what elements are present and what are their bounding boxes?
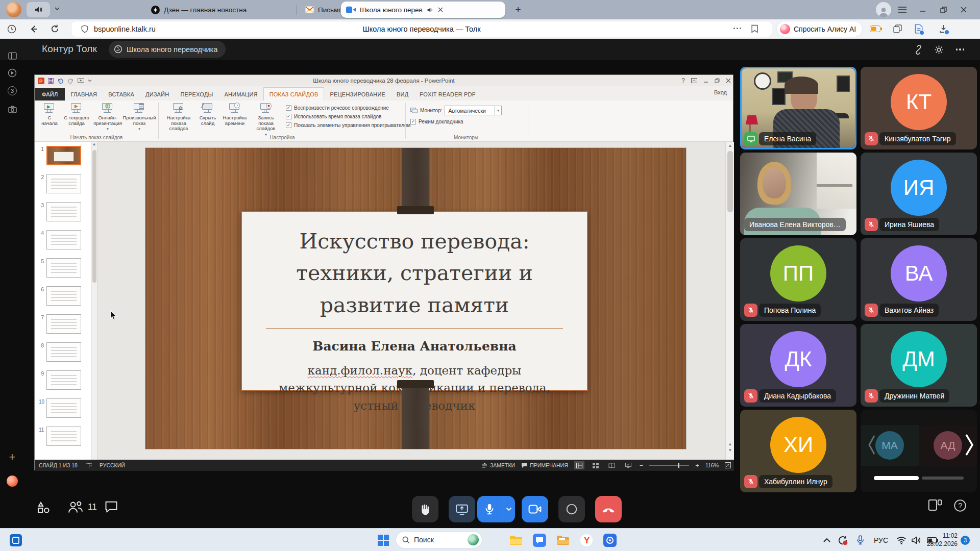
layout-view-button[interactable] xyxy=(36,500,51,515)
mic-on-icon[interactable] xyxy=(477,496,502,522)
start-button[interactable] xyxy=(376,533,391,548)
view-slideshow-button[interactable] xyxy=(623,461,633,469)
checkbox-use-timings[interactable]: ✓Использовать время показа слайдов xyxy=(286,114,410,119)
window-restore-button[interactable] xyxy=(937,4,949,16)
window-close-button[interactable] xyxy=(958,4,970,16)
ribbon-record-slideshow-button[interactable]: Запись показа слайдов▾ xyxy=(250,103,282,136)
ribbon-tab-slideshow-active[interactable]: ПОКАЗ СЛАЙДОВ xyxy=(263,87,325,101)
slide-thumbnail[interactable]: 2 xyxy=(35,174,91,202)
new-tab-button[interactable]: + xyxy=(511,3,525,16)
view-normal-button[interactable] xyxy=(574,461,584,469)
participants-button[interactable]: 11 xyxy=(67,500,97,514)
ribbon-tab[interactable]: ПЕРЕХОДЫ xyxy=(175,88,218,101)
next-page-chevron-icon[interactable] xyxy=(965,433,974,457)
tray-mic-icon[interactable] xyxy=(856,529,864,551)
view-reading-button[interactable] xyxy=(607,461,617,469)
participants-overflow-tile[interactable]: МА АД xyxy=(861,410,977,492)
tray-hidden-icons[interactable] xyxy=(823,529,831,551)
ppt-help-icon[interactable]: ? xyxy=(681,77,685,84)
tray-language-indicator[interactable]: РУС xyxy=(874,529,888,551)
microphone-button[interactable] xyxy=(477,496,515,522)
ribbon-from-beginning-button[interactable]: ▶ С начала xyxy=(38,103,61,126)
ribbon-from-current-button[interactable]: ▶ С текущего слайда xyxy=(62,103,91,126)
tray-wifi-icon[interactable] xyxy=(896,529,906,551)
tray-screen-record-icon[interactable] xyxy=(837,529,848,551)
window-minimize-button[interactable] xyxy=(917,4,929,16)
copy-link-icon[interactable] xyxy=(913,44,924,55)
ribbon-tab[interactable]: АНИМАЦИЯ xyxy=(218,88,263,101)
browser-logo-icon[interactable] xyxy=(6,2,21,17)
mic-options-chevron-icon[interactable] xyxy=(502,496,515,522)
ribbon-custom-show-button[interactable]: Произвольный показ▾ xyxy=(124,103,155,131)
taskbar-widget-icon[interactable] xyxy=(8,533,23,548)
taskbar-folder-icon[interactable] xyxy=(555,533,571,548)
zoom-level[interactable]: 116% xyxy=(705,462,719,468)
pip-layout-button[interactable] xyxy=(928,499,942,511)
participant-tile[interactable]: ВА Вахитов Айназ xyxy=(861,238,977,321)
history-clock-icon[interactable] xyxy=(7,24,16,34)
ribbon-options-icon[interactable] xyxy=(691,78,697,83)
taskbar-explorer-icon[interactable] xyxy=(508,533,524,548)
ppt-minimize-icon[interactable] xyxy=(703,78,708,83)
slide-thumbnail[interactable]: 1 xyxy=(35,146,91,174)
ribbon-online-presentation-button[interactable]: Онлайн- презентация▾ xyxy=(93,103,122,131)
record-button[interactable] xyxy=(558,496,585,522)
tiles-pagination[interactable] xyxy=(861,476,977,480)
participant-tile[interactable]: ДК Диана Кадырбакова xyxy=(740,324,856,407)
sidebar-add-icon[interactable]: + xyxy=(7,452,18,463)
sidebar-alice-icon[interactable] xyxy=(7,475,18,487)
slide-thumbnail[interactable]: 11 xyxy=(35,427,91,455)
screen-share-button[interactable] xyxy=(449,496,475,522)
ppt-sign-in[interactable]: Вход xyxy=(714,89,727,95)
hang-up-button[interactable] xyxy=(595,496,622,522)
participant-tile-ivanova[interactable]: Иванова Елена Викторов… xyxy=(740,153,856,235)
ribbon-tab[interactable]: ВСТАВКА xyxy=(103,88,140,101)
tab-sound-button[interactable] xyxy=(27,2,50,17)
ribbon-rehearse-timings-button[interactable]: Настройка времени xyxy=(220,103,249,126)
ribbon-tab[interactable]: FOXIT READER PDF xyxy=(414,88,481,101)
page-indicator[interactable] xyxy=(922,477,964,480)
downloads-icon[interactable] xyxy=(939,24,948,33)
ask-alice-button[interactable]: Спросить Алису AI xyxy=(777,21,862,37)
slide-thumbnail[interactable]: 7 xyxy=(35,314,91,342)
tray-volume-icon[interactable] xyxy=(912,529,921,551)
slide-thumbnail[interactable]: 4 xyxy=(35,230,91,258)
taskbar-yandex-browser-icon[interactable]: Y xyxy=(579,533,594,548)
shared-doc-icon[interactable] xyxy=(915,24,923,34)
ribbon-hide-slide-button[interactable]: ∕ Скрыть слайд xyxy=(197,103,218,126)
checkbox-play-narrations[interactable]: ✓Воспроизвести речевое сопровождение xyxy=(286,105,410,111)
raise-hand-button[interactable] xyxy=(412,496,438,522)
monitor-select[interactable]: Автоматически▾ xyxy=(445,106,502,115)
browser-tab-meeting[interactable]: Школа юного перев xyxy=(341,2,505,18)
participant-tile[interactable]: ХИ Хабибуллин Илнур xyxy=(740,410,856,492)
thumbnail-scrollbar[interactable]: ▲ xyxy=(91,142,97,460)
tray-notification-badge[interactable]: 3 xyxy=(961,536,970,545)
ribbon-tab-file[interactable]: ФАЙЛ xyxy=(35,88,65,101)
slide-thumbnail[interactable]: 9 xyxy=(35,370,91,398)
help-button[interactable]: ? xyxy=(953,499,967,512)
slide-thumbnail[interactable]: 6 xyxy=(35,286,91,314)
zoom-out-button[interactable]: − xyxy=(640,462,644,469)
ribbon-tab[interactable]: ВИД xyxy=(391,88,414,101)
slide-scrollbar[interactable]: ▲ ▲ ▼ xyxy=(725,142,734,460)
sidebar-notifications-badge[interactable]: 3 xyxy=(7,85,18,96)
view-sorter-button[interactable] xyxy=(591,461,601,469)
slide-thumbnail[interactable]: 10 xyxy=(35,398,91,427)
tray-clock[interactable]: 11:02 28.02.2026 xyxy=(925,532,958,548)
chat-button[interactable] xyxy=(104,500,118,513)
url-more-icon[interactable] xyxy=(733,28,741,29)
participant-tile[interactable]: КТ Кинзябулатов Тагир xyxy=(861,67,977,149)
comments-toggle[interactable]: ПРИМЕЧАНИЯ xyxy=(521,462,568,468)
browser-menu-icon[interactable] xyxy=(896,4,909,16)
taskbar-search[interactable]: Поиск xyxy=(396,532,482,548)
battery-saver-icon[interactable] xyxy=(870,26,882,32)
prev-page-chevron-icon[interactable] xyxy=(868,434,876,456)
slide-thumbnail[interactable]: 5 xyxy=(35,258,91,286)
browser-tab-dzen[interactable]: Дзен — главная новостна xyxy=(146,0,294,19)
ppt-close-icon[interactable] xyxy=(726,78,731,83)
notes-toggle[interactable]: ЗАМЕТКИ xyxy=(482,462,515,468)
bookmark-icon[interactable] xyxy=(751,24,758,33)
participant-tile-elena-vasina[interactable]: Елена Васина xyxy=(740,67,856,149)
tab-close-icon[interactable] xyxy=(437,7,444,13)
profile-avatar[interactable] xyxy=(876,2,891,17)
